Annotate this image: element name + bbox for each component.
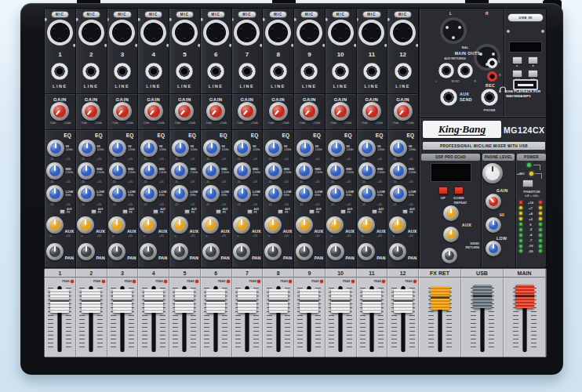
aux-fx-route-button[interactable] [402,209,408,215]
gain-knob[interactable] [206,102,225,121]
gain-knob[interactable] [113,102,132,121]
eq-low-knob[interactable] [327,185,344,202]
dsp-up-button[interactable] [438,187,448,194]
eq-hi-knob[interactable] [296,140,314,157]
eq-low-knob[interactable] [265,185,282,202]
aux-send-knob[interactable] [296,216,313,234]
aux-fx-route-button[interactable] [309,209,315,215]
gain-knob[interactable] [300,102,318,121]
pan-knob[interactable] [46,243,64,260]
aux-send-knob[interactable] [108,216,125,234]
usb-playback-button[interactable] [528,70,538,78]
gain-knob[interactable] [82,102,100,121]
dsp-down-button[interactable] [454,187,464,194]
aux-fx-route-button[interactable] [91,209,96,215]
dsp-aux-knob[interactable] [443,227,459,242]
pan-knob[interactable] [78,243,95,260]
eq-hi-knob[interactable] [358,140,376,157]
eq-mid-knob[interactable] [202,162,220,180]
pan-knob[interactable] [327,243,344,260]
eq-mid-knob[interactable] [390,162,407,180]
eq-hi-knob[interactable] [172,140,189,157]
aux-fx-route-button[interactable] [216,209,221,215]
channel-fader[interactable] [331,289,350,313]
aux-send-knob[interactable] [358,216,375,234]
eq-hi-knob[interactable] [78,140,96,157]
channel-fader[interactable] [300,289,318,313]
dsp-repeat-knob[interactable] [443,205,459,221]
eq-hi-knob[interactable] [140,140,158,157]
eq-mid-knob[interactable] [171,162,188,180]
eq-mid-knob[interactable] [109,162,126,180]
aux-fx-route-button[interactable] [60,209,65,215]
channel-fader[interactable] [175,289,194,313]
aux-fx-route-button[interactable] [372,209,377,215]
eq-low-knob[interactable] [78,185,95,202]
aux-send-knob[interactable] [46,216,64,234]
eq-hi-knob[interactable] [328,140,345,157]
eq-mid-knob[interactable] [358,162,376,180]
aux-fx-route-button[interactable] [340,209,346,215]
eq-mid-knob[interactable] [78,162,95,180]
gain-knob[interactable] [362,102,381,121]
channel-fader[interactable] [269,289,288,313]
usb-playback-button[interactable] [528,56,538,64]
eq-hi-knob[interactable] [109,140,126,157]
phone-level-knob[interactable] [482,163,503,183]
usb-playback-button[interactable] [512,70,522,78]
aux-send-knob[interactable] [171,216,188,234]
channel-fader[interactable] [113,289,132,313]
pan-knob[interactable] [264,243,282,260]
eq-low-knob[interactable] [390,185,407,202]
aux-send-knob[interactable] [140,216,157,234]
master-fader[interactable] [431,286,449,310]
eq-low-knob[interactable] [140,185,158,202]
eq-low-knob[interactable] [46,185,64,202]
gain-knob[interactable] [238,102,256,121]
eq-mid-knob[interactable] [234,162,251,180]
channel-fader[interactable] [362,289,381,313]
eq-mid-knob[interactable] [327,162,344,180]
channel-fader[interactable] [50,289,69,313]
pan-knob[interactable] [171,243,188,260]
pan-knob[interactable] [389,243,406,260]
eq-mid-knob[interactable] [265,162,282,180]
eq-low-knob[interactable] [109,185,126,202]
channel-fader[interactable] [82,289,100,313]
gain-knob[interactable] [331,102,350,121]
gain-knob[interactable] [50,102,69,121]
eq-hi-knob[interactable] [47,140,64,157]
usb-low-knob[interactable] [486,241,501,256]
channel-fader[interactable] [144,289,163,313]
eq-low-knob[interactable] [358,185,376,202]
gain-knob[interactable] [269,102,288,121]
eq-hi-knob[interactable] [234,140,251,157]
aux-send-knob[interactable] [389,216,406,234]
gain-knob[interactable] [394,102,413,121]
eq-low-knob[interactable] [171,185,188,202]
pan-knob[interactable] [140,243,157,260]
aux-send-knob[interactable] [202,216,219,234]
gain-knob[interactable] [144,102,163,121]
channel-fader[interactable] [206,289,225,313]
aux-fx-route-button[interactable] [153,209,158,215]
eq-low-knob[interactable] [296,185,313,202]
eq-hi-knob[interactable] [203,140,220,157]
eq-mid-knob[interactable] [140,162,158,180]
eq-low-knob[interactable] [202,185,220,202]
send-return-knob[interactable] [442,248,457,263]
aux-send-knob[interactable] [264,216,282,234]
pan-knob[interactable] [108,243,125,260]
gain-knob[interactable] [175,102,194,121]
aux-send-knob[interactable] [77,216,94,234]
usb-hi-knob[interactable] [486,217,501,233]
phantom-button[interactable] [522,180,533,187]
master-fader[interactable] [515,285,534,308]
aux-send-knob[interactable] [233,216,250,234]
master-fader[interactable] [473,285,492,308]
pan-knob[interactable] [358,243,375,260]
aux-fx-route-button[interactable] [122,209,128,215]
aux-fx-route-button[interactable] [247,209,253,215]
usb-playback-button[interactable] [512,56,522,64]
channel-fader[interactable] [238,289,256,313]
